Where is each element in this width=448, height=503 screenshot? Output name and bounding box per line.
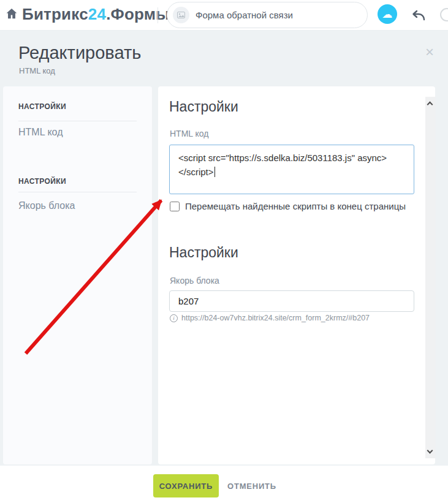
anchor-hint: i https://b24-ow7vhz.bitrix24.site/crm_f… [170, 314, 370, 322]
panel-title: Редактировать [18, 43, 141, 63]
sidebar-section-heading-1: НАСТРОЙКИ [18, 102, 66, 111]
code-line-1: <script src="https://s.sdelka.biz/503118… [178, 153, 387, 163]
settings-sidebar: НАСТРОЙКИ HTML код НАСТРОЙКИ Якорь блока [3, 86, 152, 464]
edit-slider-panel: Редактировать HTML код × НАСТРОЙКИ HTML … [0, 31, 448, 466]
sidebar-item-anchor[interactable]: Якорь блока [18, 200, 75, 211]
cancel-button[interactable]: ОТМЕНИТЬ [227, 474, 276, 497]
save-button[interactable]: СОХРАНИТЬ [153, 474, 219, 497]
info-icon: i [170, 314, 178, 322]
home-button[interactable] [4, 7, 19, 21]
title-divider [158, 7, 158, 23]
scroll-up-icon[interactable] [427, 102, 433, 108]
sidebar-item-html-code[interactable]: HTML код [18, 127, 63, 138]
anchor-hint-url: https://b24-ow7vhz.bitrix24.site/crm_for… [181, 314, 370, 322]
html-code-label: HTML код [170, 129, 208, 138]
undo-icon [411, 16, 427, 25]
cloud-publish-button[interactable]: ☁ [378, 4, 397, 24]
move-scripts-label[interactable]: Перемещать найденные скрипты в конец стр… [185, 201, 406, 211]
undo-button[interactable] [411, 7, 427, 23]
panel-subtitle: HTML код [19, 66, 55, 75]
home-icon [5, 13, 18, 22]
action-footer: СОХРАНИТЬ ОТМЕНИТЬ [0, 466, 448, 503]
close-button[interactable]: × [422, 44, 438, 60]
anchor-settings-heading: Настройки [169, 244, 238, 261]
sidebar-section-heading-2: НАСТРОЙКИ [18, 177, 66, 186]
form-selector-value: Форма обратной связи [196, 10, 293, 20]
move-scripts-row: Перемещать найденные скрипты в конец стр… [170, 201, 406, 211]
code-line-2: </script> [178, 167, 214, 177]
move-scripts-checkbox[interactable] [170, 202, 180, 211]
form-selector-pill[interactable]: Форма обратной связи [167, 2, 368, 28]
app-title-part1: Битрикс [22, 5, 88, 23]
anchor-label: Якорь блока [170, 276, 219, 286]
app-title-part2: 24 [88, 5, 106, 23]
cloud-icon: ☁ [382, 9, 393, 20]
html-settings-heading: Настройки [169, 99, 238, 115]
html-code-textarea[interactable]: <script src="https://s.sdelka.biz/503118… [169, 145, 414, 194]
form-image-icon [173, 7, 189, 23]
scroll-down-icon[interactable] [427, 448, 433, 454]
anchor-input[interactable] [169, 290, 414, 312]
text-cursor [215, 167, 215, 177]
sidebar-divider-1 [18, 121, 137, 121]
close-icon: × [425, 43, 434, 60]
redo-button-partial[interactable] [440, 8, 448, 21]
app-title-part3: .Формы [106, 5, 169, 23]
topbar: Битрикс24.Формы Форма обратной связи ☁ [0, 0, 448, 31]
sidebar-divider-2 [18, 192, 137, 192]
app-title: Битрикс24.Формы [22, 5, 170, 24]
settings-content: Настройки HTML код <script src="https://… [158, 86, 435, 464]
scrollbar[interactable] [425, 97, 436, 458]
bitrix24-forms-editor-screen: Битрикс24.Формы Форма обратной связи ☁ Р… [0, 0, 448, 503]
